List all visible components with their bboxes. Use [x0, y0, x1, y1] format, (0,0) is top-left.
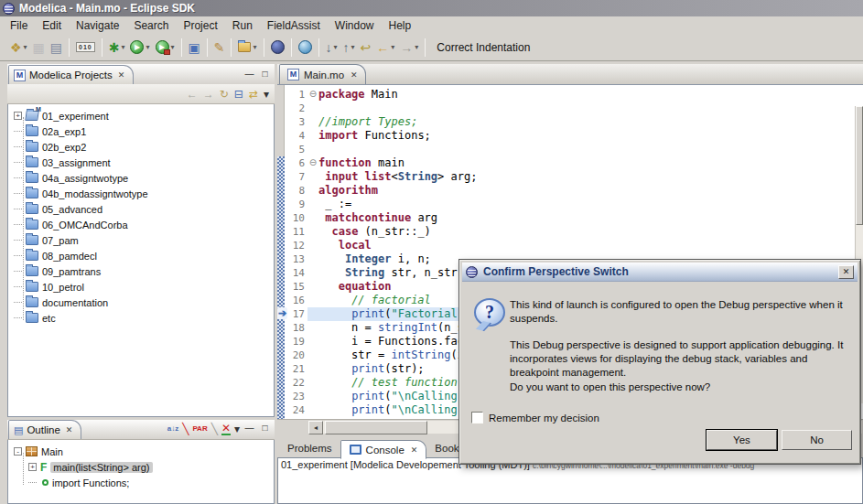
folder-icon: [26, 266, 38, 276]
tree-item-documentation[interactable]: documentation: [8, 295, 274, 310]
tab-console[interactable]: Console✕: [340, 440, 427, 459]
dialog-close-icon[interactable]: ✕: [838, 265, 854, 279]
vertical-scroll-thumb[interactable]: [856, 106, 863, 225]
debug-config-button[interactable]: 010: [73, 37, 98, 59]
tree-item-03_assignment[interactable]: 03_assignment: [8, 155, 274, 170]
menu-project[interactable]: Project: [176, 17, 224, 34]
dropdown-arrow-icon[interactable]: ▾: [415, 43, 418, 51]
expander-icon[interactable]: +: [28, 463, 37, 471]
dialog-title-bar[interactable]: Confirm Perspective Switch ✕: [462, 263, 858, 282]
menu-navigate[interactable]: Navigate: [69, 17, 126, 34]
view-menu-icon[interactable]: ▾: [234, 424, 240, 434]
dropdown-arrow-icon[interactable]: ▾: [253, 43, 256, 51]
tree-item-07_pam[interactable]: 07_pam: [8, 232, 274, 248]
back-button[interactable]: ←▾: [373, 37, 397, 59]
folder-icon: [26, 142, 38, 152]
new-wizard-button[interactable]: ❖▾: [7, 37, 30, 59]
fold-marker-icon[interactable]: ⊖: [307, 156, 318, 170]
hide-fields-icon[interactable]: ╲: [182, 424, 189, 434]
link-with-editor-icon[interactable]: ⇄: [249, 89, 258, 100]
folder-icon: [26, 282, 38, 292]
tree-item-06_omcandcorba[interactable]: 06_OMCAndCorba: [8, 217, 274, 232]
tree-item-etc[interactable]: etc: [8, 310, 274, 326]
dropdown-arrow-icon[interactable]: ▾: [171, 43, 175, 51]
forward-icon[interactable]: →: [203, 89, 214, 100]
dropdown-arrow-icon[interactable]: ▾: [334, 43, 338, 51]
prev-annotation-button[interactable]: ↑▾: [340, 37, 358, 59]
run-button[interactable]: ▶▾: [127, 37, 152, 59]
tree-item-01_experiment[interactable]: +M01_experiment: [8, 108, 274, 123]
menu-edit[interactable]: Edit: [35, 17, 69, 34]
collapse-all-icon[interactable]: ⊟: [234, 89, 243, 100]
line-number: 18: [286, 321, 307, 335]
back-icon[interactable]: ←: [187, 89, 198, 100]
menu-window[interactable]: Window: [328, 17, 382, 34]
close-icon[interactable]: ✕: [411, 445, 418, 455]
print-button[interactable]: ▤: [48, 37, 65, 59]
maximize-icon[interactable]: □: [259, 424, 271, 434]
editor-tab-label: Main.mo: [304, 70, 344, 80]
minimize-icon[interactable]: —: [243, 70, 255, 80]
menu-run[interactable]: Run: [225, 17, 260, 34]
tree-item-main-list-string-arg-[interactable]: +Fmain(list<String> arg): [8, 459, 274, 475]
line-number: 24: [286, 403, 307, 417]
maximize-icon[interactable]: □: [259, 70, 271, 80]
omc-connection-button[interactable]: [268, 37, 287, 59]
tab-outline[interactable]: ▤ Outline ✕: [8, 420, 81, 439]
remove-all-icon[interactable]: ✕: [221, 423, 231, 435]
web-browser-button[interactable]: [296, 37, 315, 59]
save-button[interactable]: ▦: [30, 37, 48, 59]
dropdown-arrow-icon[interactable]: ▾: [391, 43, 394, 51]
tree-item-import-functions-[interactable]: import Functions;: [8, 475, 274, 490]
tree-item-08_pamdecl[interactable]: 08_pamdecl: [8, 248, 274, 263]
menu-help[interactable]: Help: [382, 17, 419, 34]
tree-item-05_advanced[interactable]: 05_advanced: [8, 201, 274, 217]
dropdown-arrow-icon[interactable]: ▾: [146, 43, 149, 51]
tree-item-10_petrol[interactable]: 10_petrol: [8, 279, 274, 295]
refresh-icon[interactable]: ↻: [220, 89, 229, 100]
menu-search[interactable]: Search: [126, 17, 176, 34]
sort-icon[interactable]: a↓z: [167, 424, 178, 434]
last-edit-location-button[interactable]: ↩: [358, 37, 374, 59]
tree-item-main[interactable]: -Main: [8, 444, 274, 459]
show-view-button[interactable]: ▣: [186, 37, 203, 59]
menu-file[interactable]: File: [3, 17, 35, 34]
remember-decision-checkbox[interactable]: [471, 412, 483, 424]
expander-icon[interactable]: -: [14, 447, 22, 456]
close-icon[interactable]: ✕: [351, 70, 358, 80]
dropdown-arrow-icon[interactable]: ▾: [24, 43, 27, 51]
horizontal-scroll-thumb[interactable]: [325, 421, 427, 434]
tree-item-02b_exp2[interactable]: 02b_exp2: [8, 139, 274, 155]
format-brush-button[interactable]: ✎: [211, 37, 228, 59]
menu-fieldassist[interactable]: FieldAssist: [260, 17, 328, 34]
fold-marker-icon[interactable]: ⊖: [307, 88, 318, 102]
run-external-button[interactable]: ▶▾: [153, 37, 178, 59]
tab-main-mo[interactable]: M Main.mo ✕: [279, 64, 366, 84]
yes-button[interactable]: Yes: [707, 430, 777, 450]
scroll-left-icon[interactable]: ◂: [308, 421, 323, 434]
hide-par-icon[interactable]: PAR: [192, 424, 207, 434]
title-bar[interactable]: Modelica - Main.mo - Eclipse SDK: [0, 0, 863, 16]
tree-item-04a_assigntwotype[interactable]: 04a_assigntwotype: [8, 170, 274, 186]
view-menu-icon[interactable]: ▾: [264, 89, 269, 100]
hide-misc-icon[interactable]: ╲: [211, 424, 218, 434]
close-icon[interactable]: ✕: [66, 425, 73, 434]
close-icon[interactable]: ✕: [118, 70, 125, 80]
no-button[interactable]: No: [782, 430, 852, 450]
tab-modelica-projects[interactable]: M Modelica Projects ✕: [8, 65, 134, 84]
dropdown-arrow-icon[interactable]: ▾: [121, 43, 124, 51]
open-folder-button[interactable]: ▾: [235, 37, 259, 59]
dropdown-arrow-icon[interactable]: ▾: [351, 43, 355, 51]
forward-button[interactable]: →▾: [397, 37, 421, 59]
next-annotation-button[interactable]: ↓▾: [323, 37, 340, 59]
annotation-ruler[interactable]: [277, 85, 285, 419]
tree-item-02a_exp1[interactable]: 02a_exp1: [8, 123, 274, 139]
minimize-icon[interactable]: —: [243, 424, 255, 434]
tree-item-09_pamtrans[interactable]: 09_pamtrans: [8, 263, 274, 279]
tab-problems[interactable]: Problems: [279, 438, 340, 457]
expander-icon[interactable]: +: [14, 112, 22, 120]
tree-item-04b_modassigntwotype[interactable]: 04b_modassigntwotype: [8, 186, 274, 201]
toolbar-separator: [102, 38, 102, 57]
debug-button[interactable]: ✱▾: [106, 37, 128, 59]
folder-icon: [26, 173, 38, 183]
